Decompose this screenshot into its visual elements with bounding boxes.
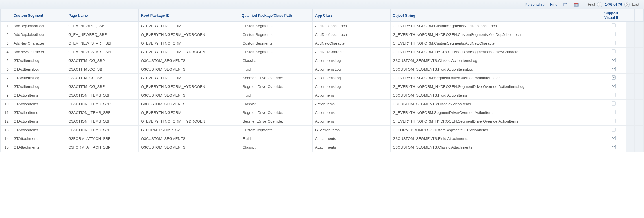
cell-action-add[interactable] bbox=[626, 74, 634, 82]
cell-action-delete[interactable] bbox=[634, 30, 643, 39]
checkbox-icon[interactable] bbox=[612, 23, 616, 27]
header-qualified-path[interactable]: Qualified Package/Class Path bbox=[239, 9, 312, 22]
cell-action-add[interactable] bbox=[626, 100, 634, 108]
nav-first[interactable]: First bbox=[588, 2, 595, 7]
cell-rownum: 4 bbox=[1, 48, 11, 56]
cell-support-visual-if bbox=[602, 48, 626, 56]
header-custom-segment[interactable]: Custom Segment bbox=[11, 9, 66, 22]
cell-action-add[interactable] bbox=[626, 65, 634, 74]
cell-app-class: GTActionItems bbox=[312, 126, 390, 134]
cell-object-string: G3CUSTOM_SEGMENTS:Classic:ActionItemsLog bbox=[390, 56, 602, 65]
table-row: 3AddNewCharacterG_EV_NEW_START_SBFG_EVER… bbox=[1, 39, 644, 48]
cell-action-add[interactable] bbox=[626, 108, 634, 117]
table-row: 6GTActItemsLogG3ACTITMLOG_SBFG3CUSTOM_SE… bbox=[1, 65, 644, 74]
cell-support-visual-if bbox=[602, 117, 626, 126]
cell-action-delete[interactable] bbox=[634, 100, 643, 108]
cell-qualified-path: :Classic: bbox=[239, 56, 312, 65]
cell-support-visual-if bbox=[602, 30, 626, 39]
cell-action-add[interactable] bbox=[626, 39, 634, 48]
cell-action-delete[interactable] bbox=[634, 65, 643, 74]
checkbox-icon[interactable] bbox=[612, 67, 616, 71]
cell-rownum: 10 bbox=[1, 100, 11, 108]
table-row: 12GTActionItemsG3ACTION_ITEMS_SBFG_EVERY… bbox=[1, 117, 644, 126]
checkbox-icon[interactable] bbox=[612, 101, 616, 106]
header-link[interactable]: Custom Segment bbox=[14, 14, 43, 18]
checkbox-icon[interactable] bbox=[612, 75, 616, 80]
header-link[interactable]: Object String bbox=[393, 14, 415, 18]
checkbox-icon[interactable] bbox=[612, 49, 616, 53]
cell-rownum: 15 bbox=[1, 143, 11, 152]
zoom-icon[interactable] bbox=[563, 2, 568, 7]
checkbox-icon[interactable] bbox=[612, 145, 616, 149]
cell-action-add[interactable] bbox=[626, 134, 634, 143]
nav-prev-button[interactable] bbox=[597, 2, 602, 7]
cell-action-add[interactable] bbox=[626, 56, 634, 65]
checkbox-icon[interactable] bbox=[612, 110, 616, 114]
checkbox-icon[interactable] bbox=[612, 41, 616, 45]
checkbox-icon[interactable] bbox=[612, 119, 616, 123]
header-support-visual-if[interactable]: Support Visual If bbox=[602, 9, 626, 22]
header-link[interactable]: Qualified Package/Class Path bbox=[242, 14, 292, 18]
table-row: 13GTActionItemsG3ACTION_ITEMS_SBFG_FORM_… bbox=[1, 126, 644, 134]
cell-action-add[interactable] bbox=[626, 22, 634, 30]
cell-action-add[interactable] bbox=[626, 117, 634, 126]
personalize-link[interactable]: Personalize bbox=[525, 2, 545, 7]
checkbox-icon[interactable] bbox=[612, 84, 616, 88]
checkbox-icon[interactable] bbox=[612, 58, 616, 62]
header-link[interactable]: App Class bbox=[315, 14, 333, 18]
checkbox-icon[interactable] bbox=[612, 32, 616, 36]
cell-page-name: G3ACTITMLOG_SBP bbox=[66, 56, 139, 65]
cell-action-delete[interactable] bbox=[634, 82, 643, 91]
nav-last[interactable]: Last bbox=[632, 2, 639, 7]
cell-root-package: G_EVERYTHINGFORM_HYDROGEN bbox=[138, 117, 239, 126]
cell-qualified-path: :CustomSegments: bbox=[239, 22, 312, 30]
cell-object-string: G_FORM_PROMPTS2:CustomSegments:GTActionI… bbox=[390, 126, 602, 134]
cell-action-delete[interactable] bbox=[634, 48, 643, 56]
cell-action-add[interactable] bbox=[626, 82, 634, 91]
cell-root-package: G3CUSTOM_SEGMENTS bbox=[138, 143, 239, 152]
cell-qualified-path: :Fluid: bbox=[239, 134, 312, 143]
header-object-string[interactable]: Object String bbox=[390, 9, 602, 22]
cell-action-delete[interactable] bbox=[634, 134, 643, 143]
header-link[interactable]: Root Package ID bbox=[141, 14, 170, 18]
find-link[interactable]: Find bbox=[550, 2, 557, 7]
nav-next-button[interactable] bbox=[624, 2, 630, 7]
cell-action-add[interactable] bbox=[626, 48, 634, 56]
cell-custom-segment: GTActionItems bbox=[11, 100, 66, 108]
checkbox-icon[interactable] bbox=[612, 128, 616, 132]
cell-custom-segment: GTAttachments bbox=[11, 134, 66, 143]
cell-rownum: 8 bbox=[1, 82, 11, 91]
cell-rownum: 2 bbox=[1, 30, 11, 39]
spreadsheet-icon[interactable] bbox=[574, 2, 579, 7]
cell-action-delete[interactable] bbox=[634, 143, 643, 152]
header-link[interactable]: Page Name bbox=[68, 14, 88, 18]
cell-action-add[interactable] bbox=[626, 30, 634, 39]
cell-action-delete[interactable] bbox=[634, 117, 643, 126]
cell-support-visual-if bbox=[602, 108, 626, 117]
cell-page-name: G3ACTION_ITEMS_SBF bbox=[66, 126, 139, 134]
cell-action-delete[interactable] bbox=[634, 74, 643, 82]
separator: | bbox=[547, 2, 548, 7]
header-root-package[interactable]: Root Package ID bbox=[138, 9, 239, 22]
cell-action-delete[interactable] bbox=[634, 126, 643, 134]
cell-action-delete[interactable] bbox=[634, 39, 643, 48]
table-row: 5GTActItemsLogG3ACTITMLOG_SBPG3CUSTOM_SE… bbox=[1, 56, 644, 65]
cell-app-class: AddDepJobcdLocn bbox=[312, 22, 390, 30]
cell-action-add[interactable] bbox=[626, 126, 634, 134]
checkbox-icon[interactable] bbox=[612, 93, 616, 97]
header-app-class[interactable]: App Class bbox=[312, 9, 390, 22]
cell-action-delete[interactable] bbox=[634, 91, 643, 100]
cell-action-delete[interactable] bbox=[634, 56, 643, 65]
header-action2 bbox=[634, 9, 643, 22]
cell-object-string: G_EVERYTHINGFORM:CustomSegments:AddDepJo… bbox=[390, 22, 602, 30]
cell-rownum: 1 bbox=[1, 22, 11, 30]
header-link[interactable]: Support Visual If bbox=[604, 11, 618, 20]
header-page-name[interactable]: Page Name bbox=[66, 9, 139, 22]
cell-object-string: G_EVERYTHINGFORM_HYDROGEN:SegmentDriverO… bbox=[390, 82, 602, 91]
checkbox-icon[interactable] bbox=[612, 136, 616, 140]
cell-custom-segment: AddDepJobcdLocn bbox=[11, 30, 66, 39]
cell-action-delete[interactable] bbox=[634, 108, 643, 117]
cell-action-delete[interactable] bbox=[634, 22, 643, 30]
cell-action-add[interactable] bbox=[626, 91, 634, 100]
cell-action-add[interactable] bbox=[626, 143, 634, 152]
